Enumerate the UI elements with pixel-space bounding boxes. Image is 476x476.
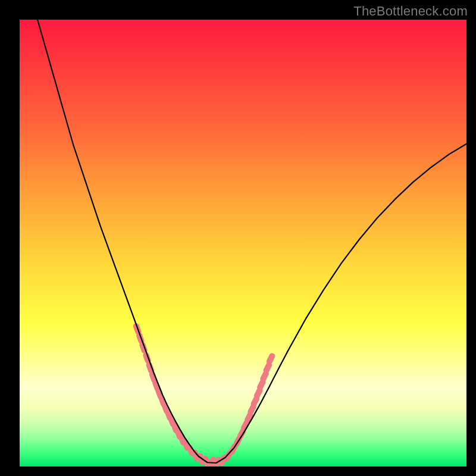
chart-svg: [20, 20, 466, 466]
marker-layer: [132, 322, 276, 466]
plot-area: [20, 20, 466, 466]
bottleneck-curve: [37, 20, 466, 463]
chart-frame: TheBottleneck.com: [0, 0, 476, 476]
watermark-text: TheBottleneck.com: [353, 4, 468, 19]
